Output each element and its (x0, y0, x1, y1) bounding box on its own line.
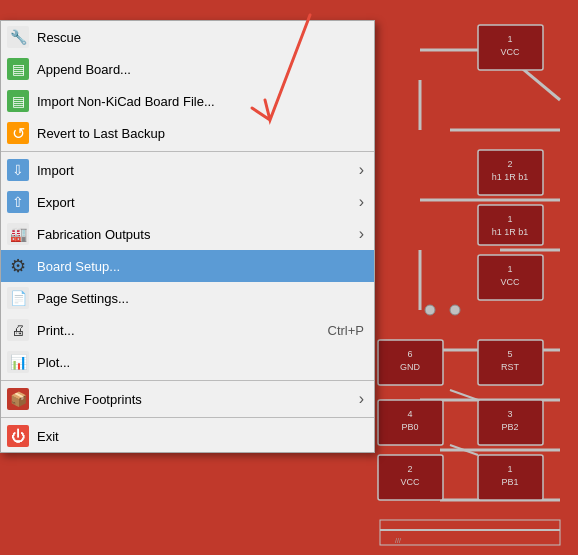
menu-separator (1, 380, 374, 381)
submenu-arrow-icon: › (359, 193, 364, 211)
menu-item-archive-footprints[interactable]: 📦Archive Footprints› (1, 383, 374, 415)
menu-item-shortcut: Ctrl+P (328, 323, 364, 338)
import-icon: ⇩ (7, 159, 29, 181)
menu-item-exit[interactable]: ⏻Exit (1, 420, 374, 452)
svg-text:1: 1 (507, 464, 512, 474)
menu-item-label: Board Setup... (37, 259, 364, 274)
submenu-arrow-icon: › (359, 390, 364, 408)
svg-text:5: 5 (507, 349, 512, 359)
svg-rect-18 (478, 205, 543, 245)
svg-text:h1 1R b1: h1 1R b1 (492, 172, 529, 182)
menu-item-append-board[interactable]: ▤Append Board... (1, 53, 374, 85)
svg-text:PB2: PB2 (501, 422, 518, 432)
menu-item-label: Archive Footprints (37, 392, 349, 407)
menu-item-rescue[interactable]: 🔧Rescue (1, 21, 374, 53)
svg-text:4: 4 (407, 409, 412, 419)
archive-icon: 📦 (7, 388, 29, 410)
menu-item-import-nonkicad[interactable]: ▤Import Non-KiCad Board File... (1, 85, 374, 117)
svg-text:2: 2 (507, 159, 512, 169)
menu-item-board-setup[interactable]: ⚙Board Setup... (1, 250, 374, 282)
append-icon: ▤ (7, 58, 29, 80)
menu-item-import[interactable]: ⇩Import› (1, 154, 374, 186)
svg-text:VCC: VCC (500, 47, 520, 57)
svg-text:VCC: VCC (500, 277, 520, 287)
menu-item-revert[interactable]: ↺Revert to Last Backup (1, 117, 374, 149)
menu-item-label: Plot... (37, 355, 364, 370)
menu-item-label: Fabrication Outputs (37, 227, 349, 242)
menu-item-label: Import Non-KiCad Board File... (37, 94, 364, 109)
svg-text:PB0: PB0 (401, 422, 418, 432)
menu-separator (1, 417, 374, 418)
revert-icon: ↺ (7, 122, 29, 144)
exit-icon: ⏻ (7, 425, 29, 447)
svg-text:6: 6 (407, 349, 412, 359)
menu-item-fabrication[interactable]: 🏭Fabrication Outputs› (1, 218, 374, 250)
menu-separator (1, 151, 374, 152)
svg-text:1: 1 (507, 214, 512, 224)
svg-text:h1 1R b1: h1 1R b1 (492, 227, 529, 237)
rescue-icon: 🔧 (7, 26, 29, 48)
boardsetup-icon: ⚙ (7, 255, 29, 277)
menu-item-label: Export (37, 195, 349, 210)
svg-text:1: 1 (507, 264, 512, 274)
menu-item-plot[interactable]: 📊Plot... (1, 346, 374, 378)
context-menu: 🔧Rescue▤Append Board...▤Import Non-KiCad… (0, 20, 375, 453)
menu-item-label: Page Settings... (37, 291, 364, 306)
import-nonkicad-icon: ▤ (7, 90, 29, 112)
menu-item-label: Revert to Last Backup (37, 126, 364, 141)
svg-text:RST: RST (501, 362, 520, 372)
plot-icon: 📊 (7, 351, 29, 373)
menu-item-label: Import (37, 163, 349, 178)
submenu-arrow-icon: › (359, 225, 364, 243)
svg-text:2: 2 (407, 464, 412, 474)
svg-point-42 (425, 305, 435, 315)
menu-item-label: Append Board... (37, 62, 364, 77)
menu-item-label: Exit (37, 429, 364, 444)
menu-item-print[interactable]: 🖨Print...Ctrl+P (1, 314, 374, 346)
svg-text:VCC: VCC (400, 477, 420, 487)
menu-item-label: Rescue (37, 30, 364, 45)
fabrication-icon: 🏭 (7, 223, 29, 245)
svg-point-43 (450, 305, 460, 315)
submenu-arrow-icon: › (359, 161, 364, 179)
menu-item-page-settings[interactable]: 📄Page Settings... (1, 282, 374, 314)
svg-text:PB1: PB1 (501, 477, 518, 487)
svg-text:3: 3 (507, 409, 512, 419)
menu-item-label: Print... (37, 323, 308, 338)
export-icon: ⇧ (7, 191, 29, 213)
pagesettings-icon: 📄 (7, 287, 29, 309)
svg-text:GND: GND (400, 362, 421, 372)
menu-item-export[interactable]: ⇧Export› (1, 186, 374, 218)
svg-text:///: /// (395, 537, 401, 544)
svg-text:1: 1 (507, 34, 512, 44)
print-icon: 🖨 (7, 319, 29, 341)
